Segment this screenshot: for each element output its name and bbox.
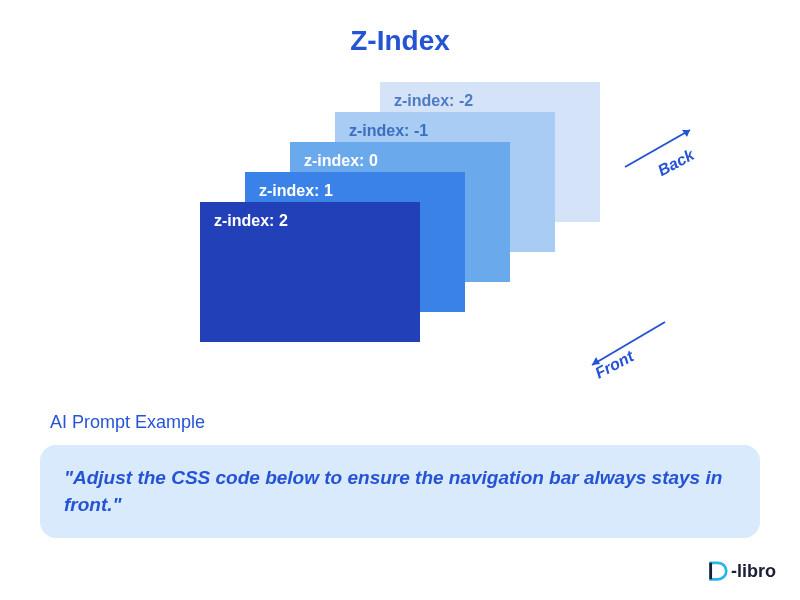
prompt-text: "Adjust the CSS code below to ensure the… xyxy=(64,465,736,518)
prompt-box: "Adjust the CSS code below to ensure the… xyxy=(40,445,760,538)
logo-text: -libro xyxy=(731,561,776,582)
prompt-section: AI Prompt Example "Adjust the CSS code b… xyxy=(40,412,760,538)
layer-two: z-index: 2 xyxy=(200,202,420,342)
brand-logo: -libro xyxy=(707,560,776,582)
zindex-diagram: z-index: -2 z-index: -1 z-index: 0 z-ind… xyxy=(150,82,650,362)
logo-d-icon xyxy=(707,560,729,582)
prompt-heading: AI Prompt Example xyxy=(50,412,760,433)
page-title: Z-Index xyxy=(0,25,800,57)
